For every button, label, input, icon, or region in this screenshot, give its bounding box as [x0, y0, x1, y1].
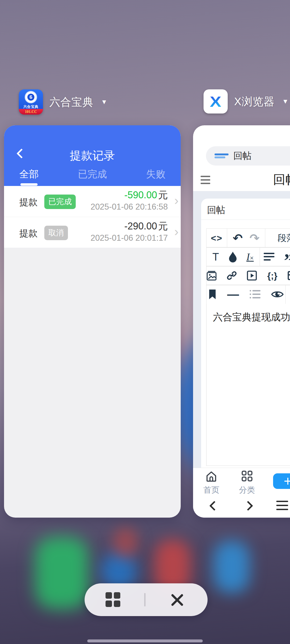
misc-group: — [206, 285, 286, 304]
nav-category[interactable]: 分类 [231, 471, 263, 496]
record-type: 提款 [19, 227, 38, 240]
form-title: 回帖 [207, 204, 225, 216]
ball-number: 6 [27, 94, 34, 101]
preview-eye-icon[interactable] [271, 290, 284, 299]
insert-group: {;} [206, 266, 290, 285]
chevron-right-icon[interactable]: › [174, 193, 179, 208]
icon-domain-badge: 101.CC [19, 109, 43, 115]
clear-format-icon[interactable]: I× [247, 251, 254, 263]
record-unit: 元 [158, 189, 168, 200]
status-badge: 取消 [44, 226, 68, 240]
link-icon[interactable] [227, 270, 237, 281]
reply-form-card: 回帖 <> ↶ ↷ 段落 T I× [201, 199, 290, 468]
app-title-left: 六合宝典 [49, 95, 93, 109]
record-amount: -290.00 [124, 221, 157, 232]
divider [144, 593, 146, 606]
record-unit: 元 [158, 221, 168, 232]
record-amount: -590.00 [124, 189, 157, 200]
close-all-button[interactable] [170, 592, 184, 607]
app-grid-button[interactable] [106, 592, 120, 607]
address-bar[interactable]: 回帖 [206, 146, 290, 166]
editor-text: 六合宝典提现成功，谁 [213, 311, 290, 324]
browser-back-icon[interactable] [209, 501, 219, 511]
ball-icon: 6 [25, 91, 37, 103]
xbrowser-app-icon[interactable]: X [204, 89, 228, 114]
redo-icon[interactable]: ↷ [250, 231, 260, 245]
table-row[interactable]: 提款 已完成 -590.00元 2025-01-06 20:16:58 › [4, 186, 181, 217]
withdraw-header: 提款记录 全部 已完成 失败 [4, 125, 181, 186]
icon-app-name: 六合宝典 [19, 104, 43, 109]
page-title: 提款记录 [4, 148, 181, 163]
page-heading: 回帖 [273, 171, 290, 188]
record-datetime: 2025-01-06 20:16:58 [90, 202, 168, 212]
divider [201, 219, 290, 220]
category-grid-icon [241, 471, 253, 482]
list-icon[interactable] [250, 290, 260, 299]
x-logo: X [210, 93, 222, 110]
record-datetime: 2025-01-06 20:01:17 [90, 233, 168, 243]
task-card-withdraw-records[interactable]: 提款记录 全部 已完成 失败 提款 已完成 -590.00元 2025-01-0… [4, 125, 181, 518]
liuhebaodian-app-icon[interactable]: 6 六合宝典 101.CC [19, 89, 43, 115]
address-bar-text: 回帖 [233, 150, 252, 162]
browser-nav-bar [193, 496, 290, 518]
status-badge: 已完成 [44, 195, 76, 209]
undo-icon[interactable]: ↶ [233, 231, 243, 245]
text-format-group: T I× [206, 247, 260, 266]
bookmark-icon[interactable] [208, 289, 216, 300]
site-favicon-icon [215, 153, 229, 158]
browser-forward-icon[interactable] [243, 501, 253, 511]
record-type: 提款 [19, 196, 38, 208]
blurred-app-icon-green [35, 537, 89, 609]
task-header-liuhebaodian[interactable]: 6 六合宝典 101.CC 六合宝典 ▼ [19, 89, 107, 115]
image-icon[interactable] [206, 270, 217, 281]
menu-icon[interactable] [201, 176, 210, 186]
reply-form-panel: 回帖 <> ↶ ↷ 段落 T I× [193, 191, 290, 468]
blurred-app-icon-red-1 [113, 527, 138, 558]
undo-redo-group: ↶ ↷ [227, 228, 265, 248]
horizontal-rule-icon[interactable]: — [227, 288, 239, 301]
new-post-button[interactable]: + [273, 473, 290, 489]
task-card-xbrowser[interactable]: 回帖 回帖 回帖 <> ↶ ↷ 段落 T [193, 125, 290, 518]
home-indicator[interactable] [87, 639, 203, 642]
reply-editor[interactable]: 六合宝典提现成功，谁 [206, 304, 290, 466]
site-bottom-nav: 首页 分类 + [193, 468, 290, 496]
task-header-xbrowser[interactable]: X X浏览器 ▼ [204, 89, 288, 114]
code-view-button[interactable]: <> [206, 228, 227, 248]
font-size-icon[interactable]: T [212, 251, 219, 263]
active-tab-underline [20, 183, 38, 186]
app-title-right: X浏览器 [234, 94, 275, 109]
video-icon[interactable] [247, 270, 257, 281]
tab-all[interactable]: 全部 [19, 168, 39, 181]
chevron-down-icon[interactable]: ▼ [282, 98, 289, 105]
paragraph-dropdown[interactable]: 段落 [265, 228, 290, 248]
tab-completed[interactable]: 已完成 [78, 168, 107, 181]
browser-menu-icon[interactable] [276, 501, 288, 513]
table-row[interactable]: 提款 取消 -290.00元 2025-01-06 20:01:17 › [4, 217, 181, 248]
tab-failed[interactable]: 失败 [146, 168, 165, 181]
table-icon[interactable] [288, 270, 290, 281]
blurred-app-icon-blue-2 [213, 541, 250, 593]
more-button[interactable]: ••• [285, 285, 290, 304]
chevron-down-icon[interactable]: ▼ [101, 98, 107, 106]
home-icon [205, 471, 217, 482]
recents-control-pill [85, 583, 208, 616]
blockquote-icon[interactable]: ” [284, 257, 290, 265]
align-left-icon[interactable] [264, 252, 275, 261]
text-color-icon[interactable] [228, 251, 237, 262]
chevron-right-icon[interactable]: › [174, 224, 179, 239]
nav-home[interactable]: 首页 [195, 471, 227, 496]
align-quote-group: ” [260, 247, 290, 266]
code-block-icon[interactable]: {;} [267, 270, 277, 281]
